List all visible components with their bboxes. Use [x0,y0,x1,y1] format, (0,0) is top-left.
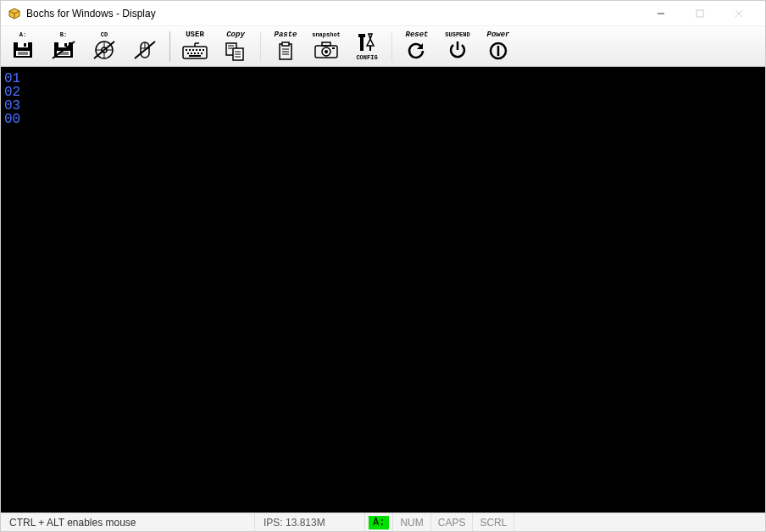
svg-rect-8 [24,43,26,47]
display-line: 00 [4,113,762,126]
app-window: Bochs for Windows - Display A: B: [0,0,766,532]
floppy-a-icon [10,39,36,61]
cdrom-icon [92,39,117,61]
svg-rect-63 [358,34,365,37]
svg-rect-39 [194,53,196,54]
status-drive: A: [365,513,393,531]
svg-rect-61 [332,47,335,49]
copy-icon [223,40,248,62]
window-title: Bochs for Windows - Display [26,8,641,19]
snapshot-label: snapshot [312,32,341,38]
svg-rect-7 [18,42,28,47]
toolbar-separator [391,31,392,62]
svg-rect-9 [16,51,30,56]
svg-rect-40 [197,53,199,54]
scrolllock-indicator: SCRL [473,513,514,531]
app-icon [8,7,21,20]
svg-rect-31 [186,49,187,51]
floppy-b-icon [51,39,76,61]
svg-rect-34 [196,49,197,51]
svg-point-60 [325,50,328,53]
paste-button[interactable]: Paste [267,29,304,64]
toolbar-separator [169,31,170,62]
mouse-button[interactable] [126,29,164,64]
svg-rect-58 [322,42,330,46]
reset-label: Reset [405,31,428,39]
window-controls [641,1,758,26]
floppy-a-button[interactable]: A: [4,29,42,64]
paste-icon [273,40,298,62]
numlock-indicator: NUM [393,513,430,531]
svg-rect-41 [201,53,203,54]
suspend-label: SUSPEND [445,32,469,38]
close-button[interactable] [719,1,758,26]
mouse-label [143,32,147,38]
toolbar: A: B: CD USER [1,26,765,67]
minimize-button[interactable] [641,1,680,26]
mouse-icon [132,39,158,61]
maximize-button[interactable] [680,1,719,26]
paste-label: Paste [274,31,297,39]
display-line: 01 [4,72,762,86]
toolbar-separator [260,31,261,62]
svg-rect-36 [203,49,204,51]
copy-button[interactable]: Copy [217,29,254,64]
cdrom-label: CD [101,32,108,38]
user-label: USER [186,31,204,39]
svg-rect-35 [199,49,201,51]
svg-rect-53 [282,42,289,46]
power-label: Power [486,31,509,39]
drive-a-indicator: A: [369,516,389,529]
status-ips: IPS: 13.813M [255,513,365,531]
user-button[interactable]: USER [176,29,214,64]
suspend-icon [445,39,470,61]
svg-rect-33 [192,49,194,51]
power-button[interactable]: Power [480,29,517,64]
reset-icon [404,40,430,62]
floppy-a-label: A: [19,32,26,38]
floppy-b-button[interactable]: B: [45,29,82,64]
suspend-button[interactable]: SUSPEND [439,29,476,64]
snapshot-button[interactable]: snapshot [308,29,345,64]
power-icon [486,40,511,62]
keyboard-icon [182,40,208,62]
svg-rect-42 [189,55,201,57]
camera-icon [314,39,339,61]
svg-rect-38 [191,53,192,54]
statusbar: CTRL + ALT enables mouse IPS: 13.813M A:… [1,513,765,531]
svg-rect-37 [187,53,189,54]
copy-label: Copy [226,31,245,39]
config-label: CONFIG [356,55,377,61]
capslock-indicator: CAPS [431,513,474,531]
svg-rect-32 [189,49,191,51]
reset-button[interactable]: Reset [398,29,436,64]
emulator-display[interactable]: 01 02 03 00 [1,67,765,513]
svg-rect-3 [697,10,703,17]
cdrom-button[interactable]: CD [86,29,123,64]
display-line: 02 [4,86,762,99]
status-message: CTRL + ALT enables mouse [1,513,255,531]
floppy-b-label: B: [60,32,67,38]
svg-rect-14 [64,43,67,47]
config-icon [354,31,380,55]
config-button[interactable]: CONFIG [348,29,386,64]
display-line: 03 [4,99,762,113]
titlebar: Bochs for Windows - Display [1,1,765,26]
